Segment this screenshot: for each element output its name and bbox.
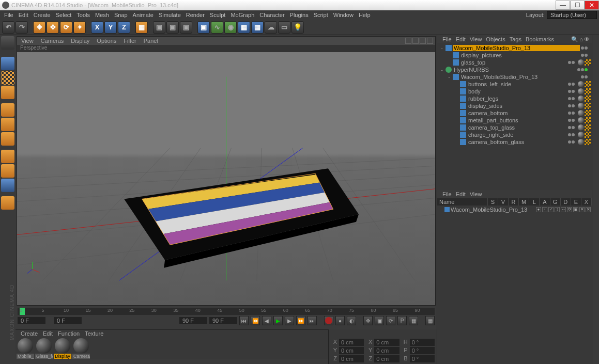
- prev-frame[interactable]: ◀: [262, 316, 271, 325]
- menu-window[interactable]: Window: [333, 12, 354, 18]
- menu-select[interactable]: Select: [56, 12, 72, 18]
- scale-key[interactable]: ▣: [375, 316, 384, 325]
- object-row[interactable]: camera_bottom: [438, 109, 591, 117]
- eye-icon[interactable]: 👁: [584, 36, 590, 43]
- menu-help[interactable]: Help: [359, 12, 371, 18]
- tag-icon[interactable]: [585, 88, 591, 94]
- tag-icon[interactable]: [585, 103, 591, 109]
- snap-toggle[interactable]: [1, 196, 14, 210]
- viewport-3d[interactable]: [17, 52, 435, 305]
- mat-menu-texture[interactable]: Texture: [85, 330, 103, 337]
- z-axis-lock[interactable]: Z: [118, 21, 130, 34]
- attr-col[interactable]: R: [509, 198, 519, 205]
- tag-icon[interactable]: [585, 124, 591, 131]
- vis-dot[interactable]: [568, 112, 571, 115]
- undo-button[interactable]: ↶: [2, 21, 14, 34]
- om-menu-file[interactable]: File: [442, 36, 452, 42]
- layout-dropdown[interactable]: Startup (User): [547, 11, 597, 19]
- tag-icon[interactable]: [585, 117, 591, 123]
- autokey[interactable]: ●: [335, 316, 345, 325]
- menu-sculpt[interactable]: Sculpt: [210, 12, 226, 18]
- add-nurbs[interactable]: ◉: [224, 21, 237, 34]
- tag-icon[interactable]: [585, 59, 591, 66]
- tag-icon[interactable]: [585, 132, 591, 138]
- edge-mode[interactable]: [1, 118, 14, 131]
- menu-render[interactable]: Render: [186, 12, 205, 18]
- add-environment[interactable]: ☁: [265, 21, 277, 34]
- om-menu-bookmarks[interactable]: Bookmarks: [526, 36, 554, 42]
- attr-col[interactable]: M: [519, 198, 529, 205]
- vp-nav-icon[interactable]: [405, 38, 411, 44]
- flag[interactable]: ↕: [555, 207, 560, 212]
- coord-value[interactable]: 0 cm: [374, 355, 399, 362]
- side-tab-right[interactable]: [592, 35, 599, 364]
- coord-value[interactable]: 0 °: [410, 339, 435, 346]
- material-item[interactable]: Mobile_: [17, 338, 34, 359]
- flag[interactable]: ▣: [573, 207, 578, 212]
- menu-snap[interactable]: Snap: [114, 12, 128, 18]
- vis-dot[interactable]: [572, 112, 575, 115]
- tweak-mode[interactable]: [1, 164, 14, 178]
- vp-nav-icon[interactable]: [427, 38, 433, 44]
- attr-col[interactable]: G: [550, 198, 561, 205]
- object-row[interactable]: charge_right_side: [438, 131, 591, 138]
- expand-icon[interactable]: -: [439, 67, 444, 73]
- home-icon[interactable]: ⌂: [579, 36, 583, 43]
- vp-menu-view[interactable]: View: [21, 38, 34, 44]
- move-tool[interactable]: ✥: [47, 21, 59, 34]
- vis-dot[interactable]: [568, 90, 571, 93]
- attr-col[interactable]: D: [561, 198, 571, 205]
- attr-col[interactable]: L: [529, 198, 540, 205]
- vis-dot[interactable]: [572, 133, 575, 136]
- om-menu-tags[interactable]: Tags: [510, 36, 521, 42]
- material-item[interactable]: Glass_fo: [35, 338, 53, 359]
- tag-icon[interactable]: [578, 88, 584, 94]
- render-settings[interactable]: ▣: [180, 21, 192, 34]
- frame-end-in[interactable]: 90 F: [179, 317, 207, 324]
- object-row[interactable]: camera_bottom_glass: [438, 138, 591, 146]
- point-mode[interactable]: [1, 103, 14, 117]
- tag-icon[interactable]: [578, 117, 584, 123]
- vis-dot[interactable]: [585, 54, 588, 57]
- add-light[interactable]: 💡: [291, 21, 304, 34]
- coord-system[interactable]: ▦: [135, 21, 148, 34]
- attr-col[interactable]: X: [581, 198, 592, 205]
- coord-value[interactable]: 0 °: [410, 355, 435, 362]
- workplane-mode[interactable]: [1, 86, 14, 99]
- make-editable[interactable]: [1, 36, 14, 50]
- tag-icon[interactable]: [578, 110, 584, 116]
- om-menu-objects[interactable]: Objects: [486, 36, 505, 42]
- am-menu-file[interactable]: File: [442, 191, 452, 197]
- y-axis-lock[interactable]: Y: [104, 21, 117, 34]
- flag[interactable]: ↔: [561, 207, 566, 212]
- polygon-mode[interactable]: [1, 132, 14, 146]
- object-row[interactable]: body: [438, 88, 591, 95]
- menu-simulate[interactable]: Simulate: [159, 12, 181, 18]
- frame-start-field[interactable]: 0 F: [18, 317, 45, 324]
- object-row[interactable]: camera_top_glass: [438, 124, 591, 131]
- vis-dot[interactable]: [581, 46, 584, 50]
- add-spline[interactable]: ∿: [211, 21, 223, 34]
- mat-menu-create[interactable]: Create: [21, 330, 38, 337]
- attr-col[interactable]: Name: [437, 198, 488, 205]
- object-row[interactable]: metall_part_buttons: [438, 117, 591, 124]
- om-menu-edit[interactable]: Edit: [456, 36, 466, 42]
- tag-icon[interactable]: [585, 81, 591, 87]
- tag-icon[interactable]: [578, 59, 584, 66]
- flag[interactable]: ✕: [579, 207, 585, 212]
- menu-edit[interactable]: Edit: [19, 12, 28, 18]
- model-mode[interactable]: [1, 57, 14, 70]
- menu-script[interactable]: Script: [314, 12, 328, 18]
- flag[interactable]: ▫: [542, 207, 547, 212]
- timeline-ruler[interactable]: 051015202530354045505560657075808590: [18, 308, 435, 315]
- menu-tools[interactable]: Tools: [76, 12, 90, 18]
- pla-key[interactable]: ▦: [409, 316, 418, 325]
- vis-dot[interactable]: [572, 61, 575, 64]
- coord-value[interactable]: 0 cm: [339, 355, 364, 362]
- vis-dot[interactable]: [568, 61, 571, 64]
- frame-end-out[interactable]: 90 F: [209, 317, 237, 324]
- enable-dot[interactable]: [585, 68, 588, 71]
- minimize-button[interactable]: —: [556, 1, 570, 10]
- frame-current-field[interactable]: 0 F: [54, 317, 82, 324]
- coord-value[interactable]: 0 °: [410, 347, 435, 354]
